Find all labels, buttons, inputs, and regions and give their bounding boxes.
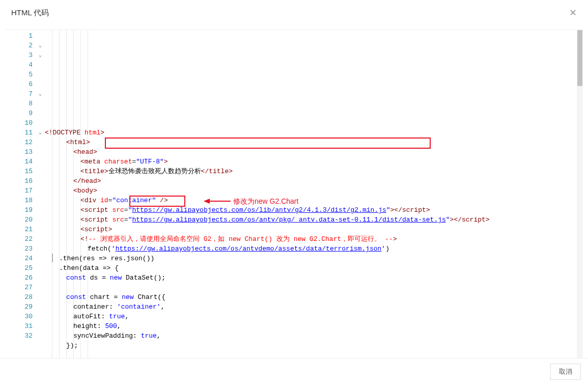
code-line[interactable]: <script src="https://gw.alipayobjects.co… — [45, 215, 583, 225]
annotation-arrow — [203, 196, 233, 206]
close-icon[interactable]: ✕ — [569, 7, 577, 18]
code-line[interactable]: <script> — [45, 225, 583, 234]
svg-marker-1 — [204, 199, 210, 204]
code-line[interactable]: <div id="container" /> — [45, 196, 583, 205]
code-line[interactable]: const ds = new DataSet(); — [45, 273, 583, 283]
code-line[interactable] — [45, 283, 583, 292]
modal-container: HTML 代码 ✕ 123456789101112131415161718192… — [0, 0, 588, 385]
code-line[interactable]: const chart = new Chart({ — [45, 292, 583, 302]
code-editor[interactable]: 1234567891011121314151617181920212223242… — [5, 30, 583, 358]
scrollbar-thumb[interactable] — [577, 30, 582, 86]
code-line[interactable]: .then(res => res.json()) — [45, 254, 583, 263]
modal-title: HTML 代码 — [11, 8, 49, 18]
code-line[interactable]: <script src="https://gw.alipayobjects.co… — [45, 205, 583, 215]
code-line[interactable]: autoFit: true, — [45, 312, 583, 321]
code-line[interactable]: syncViewPadding: true, — [45, 331, 583, 341]
scrollbar-track[interactable] — [577, 30, 583, 358]
modal-footer: 取消 — [0, 358, 588, 385]
line-number-gutter: 1234567891011121314151617181920212223242… — [5, 30, 36, 358]
code-line[interactable]: <meta charset="UTF-8"> — [45, 157, 583, 167]
code-line[interactable]: <title>全球恐怖袭击致死人数趋势分析</title> — [45, 167, 583, 176]
code-line[interactable]: <body> — [45, 186, 583, 196]
fold-column[interactable]: ⌄⌄⌄⌄ — [36, 30, 45, 358]
code-line[interactable]: .then(data => { — [45, 263, 583, 273]
code-line[interactable] — [45, 350, 583, 358]
code-line[interactable]: <!DOCTYPE html> — [45, 128, 583, 138]
code-line[interactable]: <head> — [45, 147, 583, 157]
code-line[interactable]: </head> — [45, 176, 583, 186]
code-line[interactable]: container: 'container', — [45, 302, 583, 312]
code-line[interactable]: <html> — [45, 138, 583, 147]
modal-header: HTML 代码 ✕ — [0, 0, 588, 25]
code-content[interactable]: <!DOCTYPE html><html><head><meta charset… — [45, 30, 583, 358]
code-line[interactable]: fetch('https://gw.alipayobjects.com/os/a… — [45, 244, 583, 254]
annotation-text: 修改为new G2.Chart — [233, 197, 298, 206]
code-line[interactable]: <!-- 浏览器引入，请使用全局命名空间 G2，如 new Chart() 改为… — [45, 234, 583, 244]
code-line[interactable]: height: 500, — [45, 321, 583, 331]
cancel-button[interactable]: 取消 — [550, 364, 581, 380]
code-line[interactable]: }); — [45, 341, 583, 350]
text-cursor — [52, 254, 53, 262]
